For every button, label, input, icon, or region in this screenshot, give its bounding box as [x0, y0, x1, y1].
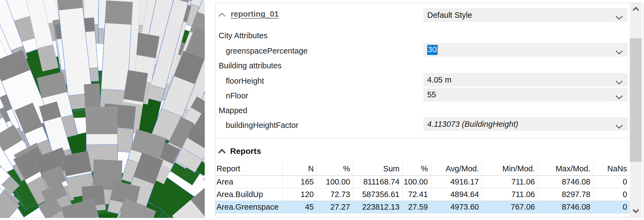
- col-sum-percent[interactable]: %: [402, 162, 431, 176]
- reports-table: Report N % Sum % Avg/Mod. Min/Mod. Max/M…: [215, 162, 630, 213]
- cell: 767.06: [482, 201, 538, 213]
- inspector-panel: reporting_01 Default Style City Attribut…: [215, 3, 643, 217]
- cell: 8297.78: [538, 188, 593, 201]
- floor-height-label: floorHeight: [226, 76, 264, 86]
- cell: 165: [282, 176, 317, 188]
- style-combo[interactable]: Default Style: [423, 8, 628, 22]
- text-caret: [437, 45, 438, 55]
- cell: 72.41: [402, 188, 431, 201]
- reports-header-row: Report N % Sum % Avg/Mod. Min/Mod. Max/M…: [215, 162, 630, 176]
- nfloor-combo[interactable]: 55: [423, 88, 628, 101]
- greenspace-percentage-input[interactable]: 30: [423, 43, 628, 57]
- cell: 45: [282, 201, 317, 213]
- style-combo-value: Default Style: [427, 11, 472, 20]
- building-height-factor-combo[interactable]: 4.113073 (BuildingHeight): [423, 117, 628, 131]
- table-row-area[interactable]: Area 165 100.00 811168.74 100.00 4916.17…: [215, 176, 630, 188]
- col-n[interactable]: N: [282, 162, 317, 176]
- section-building-attributes: Building attributes: [219, 61, 282, 70]
- chevron-down-icon: [615, 48, 623, 57]
- chevron-down-icon: [615, 122, 623, 131]
- col-n-percent[interactable]: %: [317, 162, 353, 176]
- vertical-scrollbar[interactable]: [630, 3, 642, 217]
- col-report[interactable]: Report: [215, 162, 282, 176]
- cell: 0: [593, 176, 630, 188]
- cell: Area.BuildUp: [215, 188, 282, 201]
- scrollbar-thumb[interactable]: [630, 38, 642, 162]
- rule-title-link[interactable]: reporting_01: [231, 9, 279, 19]
- building-height-factor-value: 4.113073 (BuildingHeight): [427, 120, 518, 129]
- cell: 587356.61: [353, 188, 402, 201]
- cell: 100.00: [402, 176, 431, 188]
- city-render: [0, 0, 205, 218]
- scroll-down-icon[interactable]: [630, 205, 642, 217]
- col-sum[interactable]: Sum: [353, 162, 402, 176]
- nfloor-value: 55: [427, 90, 436, 99]
- cell: 4916.17: [431, 176, 482, 188]
- cell: 0: [593, 188, 630, 201]
- cell: 711.06: [482, 176, 538, 188]
- cell: 27.27: [317, 201, 353, 213]
- col-nans[interactable]: NaNs: [593, 162, 630, 176]
- cell: 120: [282, 188, 317, 201]
- scroll-up-icon[interactable]: [630, 3, 642, 15]
- cell: 8746.08: [538, 201, 593, 213]
- col-max-mod[interactable]: Max/Mod.: [538, 162, 593, 176]
- floor-height-combo[interactable]: 4.05 m: [423, 73, 628, 87]
- cell: 4894.64: [431, 188, 482, 201]
- greenspace-percentage-label: greenspacePercentage: [226, 46, 308, 55]
- reports-section-title[interactable]: Reports: [230, 146, 261, 156]
- cell: 100.00: [317, 176, 353, 188]
- section-divider: [215, 138, 629, 138]
- building-height-factor-label: buildingHeightFactor: [226, 121, 298, 130]
- table-row-area-buildup[interactable]: Area.BuildUp 120 72.73 587356.61 72.41 4…: [215, 188, 630, 201]
- chevron-down-icon: [615, 13, 623, 22]
- col-min-mod[interactable]: Min/Mod.: [482, 162, 538, 176]
- cell: 811168.74: [353, 176, 402, 188]
- cell: Area.Greenspace: [215, 201, 282, 213]
- cell: 0: [593, 201, 630, 213]
- table-row-area-greenspace-selected[interactable]: Area.Greenspace 45 27.27 223812.13 27.59…: [215, 201, 630, 213]
- nfloor-label: nFloor: [226, 91, 248, 100]
- rule-collapse-icon[interactable]: [218, 12, 226, 19]
- reports-collapse-icon[interactable]: [218, 148, 226, 156]
- cell: 711.06: [482, 188, 538, 201]
- cell: 223812.13: [353, 201, 402, 213]
- col-avg-mod[interactable]: Avg/Mod.: [431, 162, 482, 176]
- cityengine-window: reporting_01 Default Style City Attribut…: [0, 0, 644, 220]
- chevron-down-icon: [615, 92, 623, 101]
- section-city-attributes: City Attributes: [219, 31, 268, 40]
- cell: 4973.60: [431, 201, 482, 213]
- 3d-viewport[interactable]: [0, 0, 205, 218]
- floor-height-value: 4.05 m: [427, 75, 452, 84]
- cell: Area: [215, 176, 282, 188]
- cell: 27.59: [402, 201, 431, 213]
- section-mapped: Mapped: [219, 106, 247, 115]
- selected-input-text: 30: [427, 45, 437, 55]
- chevron-down-icon: [615, 78, 623, 87]
- cell: 72.73: [317, 188, 353, 201]
- cell: 8746.08: [538, 176, 593, 188]
